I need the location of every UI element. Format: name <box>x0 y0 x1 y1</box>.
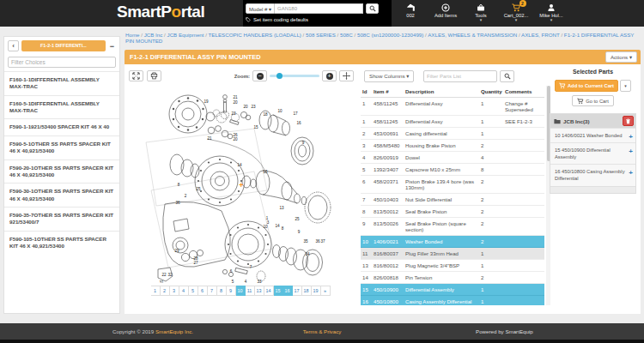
smartequip-link[interactable]: SmartEquip Inc. <box>155 328 193 334</box>
breadcrumb-link[interactable]: 508C <box>340 32 357 38</box>
table-row[interactable]: 16 450/10800 Casing Assembly Differentia… <box>361 296 544 305</box>
diagram-callout-number[interactable]: 23 <box>231 111 235 116</box>
diagram-page-button[interactable]: 15 <box>274 286 283 296</box>
diagram-callout-number[interactable]: 17 <box>293 111 297 116</box>
sidebar-catalog-item[interactable]: F590-105-1OTHER SS PARTS SPACER KIT 46 X… <box>4 231 119 255</box>
zoom-out-button[interactable]: − <box>252 70 267 81</box>
diagram-page-button[interactable]: 2 <box>161 286 170 296</box>
diagram-callout-number[interactable]: 37 <box>320 239 325 244</box>
model-type-select[interactable]: Model # ▾ <box>246 3 275 14</box>
diagram-page-button[interactable]: 6 <box>198 286 208 296</box>
col-description[interactable]: Description <box>404 86 480 97</box>
diagram-page-button[interactable]: 1 <box>151 286 161 296</box>
sidebar-catalog-item[interactable]: F590-30-1OTHER SS PARTS SPACER KIT 46 X … <box>4 183 119 207</box>
diagram-page-button[interactable]: 10 <box>236 286 246 296</box>
table-row[interactable]: 13 816/80012 Plug Magnetic 3/4"BSP 1 <box>361 260 544 272</box>
filter-parts-input[interactable] <box>423 70 497 82</box>
terms-privacy-link[interactable]: Terms & Privacy <box>303 328 342 334</box>
table-row[interactable]: 8 813/50012 Seal Brake Piston 2 <box>361 206 544 218</box>
breadcrumb-link[interactable]: JCB Equipment <box>167 32 209 38</box>
minimize-icon[interactable]: − <box>108 42 116 51</box>
sidebar-collapse-button[interactable]: ‹ <box>8 40 19 51</box>
diagram-callout-number[interactable]: 27 <box>193 261 197 265</box>
table-row[interactable]: 4 826/00919 Dowel 4 <box>361 152 544 164</box>
diagram-callout-number[interactable]: 21 <box>233 95 237 99</box>
table-row[interactable]: 1 458/11245 Differential Assy 1 SEE F1-2… <box>361 116 544 128</box>
delete-group-button[interactable] <box>623 116 634 126</box>
col-comments[interactable]: Comments <box>504 86 544 97</box>
diagram-callout-number[interactable]: 15 <box>263 170 267 174</box>
table-row[interactable]: 15 450/10900 Differential Assembly 1 <box>361 284 544 296</box>
diagram-callout-number[interactable]: 20 <box>233 100 237 105</box>
col-quantity[interactable]: Quantity <box>480 86 504 97</box>
diagram-callout-number[interactable]: 4 <box>245 280 247 284</box>
diagram-page-button[interactable]: 11 <box>246 286 255 296</box>
expand-diagram-button[interactable] <box>129 70 143 81</box>
diagram-callout-number[interactable]: 36 <box>175 201 179 205</box>
diagram-page-button[interactable]: 3 <box>170 286 179 296</box>
table-row[interactable]: 11 816/80037 Plug Filler 33mm Head 1 <box>361 248 544 260</box>
nav-home-002[interactable]: 002 <box>397 3 424 21</box>
diagram-callout-number[interactable]: 16 <box>296 121 301 125</box>
diagram-page-button[interactable]: 9 <box>227 286 236 296</box>
diagram-callout-number[interactable]: 36 <box>315 239 319 244</box>
diagram-callout-number[interactable]: 7 <box>250 265 252 269</box>
breadcrumb-link[interactable]: JCB Inc <box>144 32 167 38</box>
diagram-callout-number[interactable]: 15 <box>253 125 258 129</box>
filter-choices-input[interactable] <box>8 57 116 68</box>
plus-icon[interactable]: + <box>629 147 633 156</box>
diagram-callout-number[interactable]: 33 <box>257 280 261 284</box>
breadcrumb-link[interactable]: Home <box>125 32 144 38</box>
diagram-callout-number[interactable]: 13 <box>279 206 283 210</box>
actions-button[interactable]: Actions ▾ <box>605 51 637 63</box>
diagram-callout-number[interactable]: 21 <box>207 136 211 141</box>
nav-add-items[interactable]: Add Items <box>432 3 459 21</box>
table-row[interactable]: 3 458/M5480 Housing Brake Piston 2 <box>361 140 544 152</box>
diagram-page-button[interactable]: 19 <box>312 286 321 296</box>
diagram-callout-number[interactable]: 8 <box>178 183 180 187</box>
add-to-cart-dropdown-button[interactable]: ▾ <box>620 80 631 92</box>
sidebar-catalog-item[interactable]: F590-20-1OTHER SS PARTS SPACER KIT 46 X … <box>4 159 119 184</box>
diagram-callout-number[interactable]: 10 <box>263 225 267 229</box>
smartportal-logo[interactable]: SmartPortal <box>117 3 204 21</box>
slider-handle[interactable] <box>276 73 283 79</box>
diagram-page-button[interactable]: 16 <box>283 286 293 296</box>
diagram-page-button[interactable]: 18 <box>302 286 312 296</box>
diagram-page-button[interactable]: 8 <box>217 286 227 296</box>
plus-icon[interactable]: + <box>629 168 633 178</box>
table-row[interactable]: 10 1406/0021 Washer Bonded 2 <box>361 236 544 248</box>
table-row[interactable]: 1 458/11245 Differential Assy 1 Change #… <box>361 98 544 116</box>
breadcrumb-link[interactable]: 508C (sn1200000-1230499) <box>357 32 428 38</box>
diagram-page-button[interactable]: » <box>321 286 331 296</box>
diagram-callout-number[interactable]: 35 <box>303 239 307 244</box>
diagram-callout-number[interactable]: 18 <box>263 112 267 117</box>
sidebar-catalog-item[interactable]: F160-1-1DIFFERENTIAL ASSEMBLY MAX-TRAC <box>4 71 119 95</box>
diagram-page-button[interactable]: 13 <box>255 286 264 296</box>
breadcrumb-link[interactable]: AXLES, WHEELS & TRANSMISSION <box>428 32 521 38</box>
breadcrumb-link[interactable]: TELESCOPIC HANDLERS (LOADALL) <box>209 32 306 38</box>
table-row[interactable]: 5 1392/3407 Capscrew M10 x 25mm 8 <box>361 164 544 176</box>
diagram-page-button[interactable]: 4 <box>179 286 189 296</box>
table-row[interactable]: 2 453/00691 Casing differential 1 <box>361 128 544 140</box>
zoom-slider[interactable] <box>270 70 319 81</box>
diagram-callout-number[interactable]: 9 <box>302 141 305 145</box>
filter-parts-search-button[interactable] <box>500 70 514 82</box>
diagram-callout-number[interactable]: 29 <box>174 249 179 253</box>
diagram-callout-number[interactable]: 25 <box>196 187 200 191</box>
diagram-callout-number[interactable]: 22 <box>161 273 166 277</box>
diagram-page-button[interactable]: 7 <box>208 286 217 296</box>
exploded-parts-diagram[interactable]: 1921202320231810171615212620981415251325… <box>125 86 355 283</box>
diagram-callout-number[interactable]: 23 <box>251 105 255 109</box>
diagram-callout-number[interactable]: 19 <box>204 99 208 104</box>
table-row[interactable]: 14 826/00818 Pin Tension 2 <box>361 272 544 284</box>
col-id[interactable]: Id <box>361 86 373 97</box>
diagram-callout-number[interactable]: 14 <box>237 163 241 167</box>
diagram-callout-number[interactable]: 25 <box>295 217 299 221</box>
pan-mode-button[interactable] <box>339 70 354 81</box>
diagram-callout-number[interactable]: 2 <box>185 194 187 198</box>
diagram-callout-number[interactable]: 8 <box>282 226 284 231</box>
diagram-callout-number[interactable]: 9 <box>298 230 301 234</box>
diagram-callout-number[interactable]: 34 <box>305 252 309 256</box>
diagram-page-button[interactable]: 14 <box>264 286 274 296</box>
diagram-page-button[interactable]: 17 <box>293 286 302 296</box>
